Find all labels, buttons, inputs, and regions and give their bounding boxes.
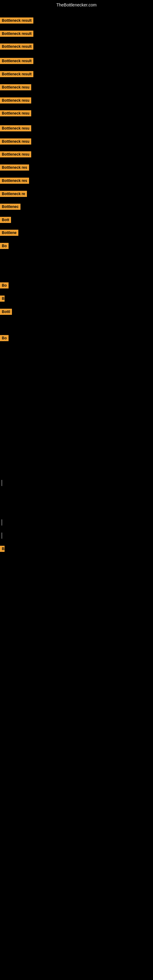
site-title: TheBottlenecker.com: [0, 0, 153, 10]
bottleneck-result-badge: Bottleneck resu: [0, 151, 31, 158]
bottleneck-result-badge: Bottleneck result: [0, 58, 33, 64]
bottleneck-result-badge: Bottleneck result: [0, 30, 33, 37]
bottleneck-result-badge: Bottleneck result: [0, 43, 33, 49]
bottleneck-result-badge: Bottleneck resu: [0, 97, 31, 103]
bottleneck-result-badge: Bottleneck resu: [0, 125, 31, 131]
bottleneck-result-badge: Bottlenec: [0, 204, 21, 210]
tick-mark: [2, 480, 2, 486]
bottleneck-result-badge: Bo: [0, 335, 9, 341]
bottleneck-result-badge: Bottleneck resu: [0, 110, 31, 116]
bottleneck-result-badge: B: [0, 546, 5, 552]
tick-mark: [2, 519, 2, 525]
tick-mark: [2, 533, 2, 539]
bottleneck-result-badge: Bottlene: [0, 230, 18, 236]
bottleneck-result-badge: Bottl: [0, 309, 12, 315]
bottleneck-result-badge: Bott: [0, 217, 11, 223]
bottleneck-result-badge: Bottleneck resu: [0, 138, 31, 145]
bottleneck-result-badge: Bottleneck resu: [0, 84, 31, 90]
bottleneck-result-badge: Bottleneck result: [0, 18, 33, 24]
bottleneck-result-badge: B: [0, 296, 5, 302]
bottleneck-result-badge: Bottleneck re: [0, 191, 27, 197]
bottleneck-result-badge: Bottleneck result: [0, 71, 33, 77]
bottleneck-result-badge: Bottleneck res: [0, 178, 29, 184]
bottleneck-result-badge: Bottleneck res: [0, 164, 29, 170]
bottleneck-result-badge: Bo: [0, 282, 9, 288]
bottleneck-result-badge: Bo: [0, 243, 9, 249]
